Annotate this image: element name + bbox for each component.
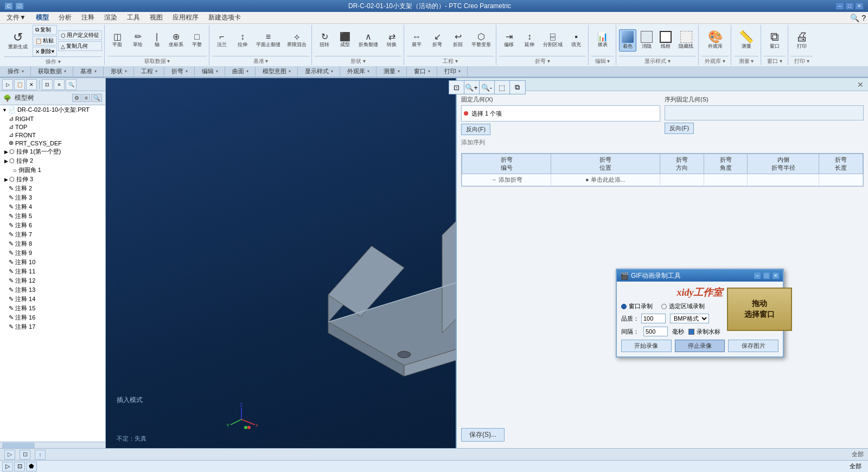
btn-flatten[interactable]: □ 平整: [187, 31, 207, 50]
btn-hidden-line[interactable]: 隐藏线: [676, 29, 696, 52]
lp-btn-6[interactable]: 🔍: [66, 79, 76, 90]
fold-seq-close-btn[interactable]: ✕: [857, 80, 864, 89]
btn-plane-crack[interactable]: ≡ 平面止裂缝: [253, 31, 283, 50]
btn-twist[interactable]: ↻ 扭转: [315, 31, 334, 50]
tree-item-note8[interactable]: ✎ 注释 8: [0, 239, 105, 248]
tree-item-note15[interactable]: ✎ 注释 15: [0, 304, 105, 313]
format-select[interactable]: BMP格式: [670, 314, 709, 323]
btn-split-area[interactable]: ⌸ 分割区域: [540, 31, 565, 50]
btn-flatten-deform[interactable]: ⬡ 平整变形: [469, 31, 494, 50]
model-tree-search-btn[interactable]: 🔍: [91, 94, 102, 102]
viewport[interactable]: ⊡ 🔍+ 🔍- ⬚ ⧉: [106, 78, 868, 448]
rsec-engineering[interactable]: 工程 ▾: [135, 66, 164, 76]
gif-maximize-btn[interactable]: □: [763, 272, 770, 279]
btn-sketch[interactable]: ✏ 草绘: [128, 31, 148, 50]
model-tree-settings-btn[interactable]: ⚙: [72, 94, 81, 102]
menu-apps[interactable]: 应用程序: [168, 12, 203, 23]
menu-render[interactable]: 渲染: [100, 12, 122, 23]
model-tree-filter-btn[interactable]: ≡: [82, 94, 90, 102]
minimize-btn[interactable]: ─: [835, 2, 844, 10]
rsec-shape[interactable]: 形状 ▾: [104, 66, 134, 76]
bottom-btn-2[interactable]: ⊡: [14, 462, 25, 471]
lp-btn-1[interactable]: ▷: [2, 79, 13, 90]
menu-analysis[interactable]: 分析: [54, 12, 76, 23]
tree-item-right[interactable]: ⊿ RIGHT: [0, 114, 105, 123]
btn-print[interactable]: 🖨 打印: [791, 29, 813, 52]
scroll-thumb[interactable]: [2, 443, 35, 448]
maximize-btn[interactable]: □: [845, 2, 854, 10]
drag-select-button[interactable]: 拖动 选择窗口: [727, 288, 792, 331]
rsec-surface[interactable]: 曲面 ▾: [226, 66, 256, 76]
add-fold-row[interactable]: → 添加折弯 ● 单击此处添...: [462, 174, 863, 186]
tree-item-note16[interactable]: ✎ 注释 16: [0, 313, 105, 322]
option-window-record[interactable]: 窗口录制: [621, 302, 653, 310]
btn-shading[interactable]: 着色: [619, 29, 636, 52]
btn-user-feature[interactable]: ⬡ 用户定义特征: [58, 30, 102, 40]
rsec-datum[interactable]: 基准 ▾: [74, 66, 104, 76]
rsec-bend[interactable]: 折弯 ▾: [165, 66, 195, 76]
btn-copy[interactable]: ⧉ 复制: [33, 25, 57, 35]
watermark-checkbox[interactable]: [688, 329, 694, 335]
tree-item-note10[interactable]: ✎ 注释 10: [0, 258, 105, 267]
reverse-btn[interactable]: 反向(F): [461, 124, 490, 135]
vt-zoom-in[interactable]: 🔍+: [464, 81, 480, 94]
stop-record-btn[interactable]: 停止录像: [675, 340, 725, 352]
tree-item-note9[interactable]: ✎ 注释 9: [0, 248, 105, 258]
help-icon[interactable]: ?: [861, 14, 866, 22]
btn-boundary[interactable]: ⟡ 界限混合: [284, 31, 309, 50]
btn-corner-crack[interactable]: ∧ 折角裂缝: [356, 31, 381, 50]
rsec-model-intent[interactable]: 模型意图 ▾: [256, 66, 298, 76]
gif-close-btn[interactable]: ✕: [772, 272, 780, 279]
interval-input[interactable]: [643, 327, 668, 336]
btn-appearance-lib[interactable]: 🎨 外观库: [701, 29, 729, 52]
gif-minimize-btn[interactable]: ─: [754, 272, 761, 279]
rsec-edit[interactable]: 编辑 ▾: [195, 66, 225, 76]
btn-coord[interactable]: ⊕ 坐标系: [166, 31, 186, 50]
tree-item-note6[interactable]: ✎ 注释 6: [0, 221, 105, 230]
btn-extrude[interactable]: ↕ 拉伸: [233, 31, 252, 50]
rsec-display-style[interactable]: 显示样式 ▾: [298, 66, 340, 76]
close-btn[interactable]: ✕: [855, 2, 864, 10]
left-scrollbar[interactable]: [0, 442, 105, 448]
btn-flange[interactable]: ⌐ 法兰: [212, 31, 232, 50]
menu-tools[interactable]: 工具: [123, 12, 144, 23]
tree-item-note17[interactable]: ✎ 注释 17: [0, 322, 105, 331]
tree-root[interactable]: ▼ 📄 DR-C-02-01-10小支架.PRT: [0, 105, 105, 114]
btn-delete[interactable]: ✕ 删除▾: [33, 47, 57, 56]
tree-item-note14[interactable]: ✎ 注释 14: [0, 295, 105, 304]
rsec-window2[interactable]: 窗口 ▾: [407, 66, 437, 76]
vt-zoom-fit[interactable]: ⊡: [449, 81, 464, 94]
lp-btn-2[interactable]: 📋: [14, 79, 25, 90]
option-area-record[interactable]: 选定区域录制: [661, 302, 705, 310]
tree-item-round1[interactable]: ○ 倒圆角 1: [0, 165, 105, 175]
btn-bend[interactable]: ↙ 折弯: [427, 31, 447, 50]
start-record-btn[interactable]: 开始录像: [621, 340, 672, 352]
tree-item-note4[interactable]: ✎ 注释 4: [0, 202, 105, 212]
btn-fold-back[interactable]: ↩ 折回: [448, 31, 468, 50]
rsec-operation[interactable]: 操作 ▾: [1, 66, 31, 76]
btn-table[interactable]: 📊 掀表: [592, 31, 614, 50]
btn-measure[interactable]: 📏 测量: [734, 29, 758, 52]
btn-copy-geo[interactable]: △ 复制几何: [58, 41, 102, 51]
menu-annotation[interactable]: 注释: [77, 12, 99, 23]
btn-paste[interactable]: 📋 粘贴: [33, 36, 57, 46]
fold-click-hint[interactable]: ● 单击此处添...: [551, 174, 660, 186]
btn-window[interactable]: ⧉ 窗口: [764, 29, 786, 52]
vt-more[interactable]: ⧉: [510, 81, 525, 94]
save-image-btn[interactable]: 保存图片: [728, 340, 778, 352]
btn-extend[interactable]: ↕ 延伸: [520, 31, 539, 50]
tree-item-note7[interactable]: ✎ 注释 7: [0, 230, 105, 239]
lp-btn-3[interactable]: ✕: [26, 79, 37, 90]
search-icon[interactable]: 🔍: [850, 14, 859, 22]
menu-model[interactable]: 模型: [31, 12, 53, 23]
geo-select-box[interactable]: 选择 1 个项: [461, 105, 660, 122]
save-btn[interactable]: 保存(S)...: [461, 428, 505, 442]
btn-unfold[interactable]: ↔ 展平: [407, 31, 426, 50]
add-fold-cell[interactable]: → 添加折弯: [462, 174, 551, 186]
status-btn-1[interactable]: ▷: [4, 450, 15, 460]
tree-item-note2[interactable]: ✎ 注释 2: [0, 184, 105, 193]
vt-zoom-out[interactable]: 🔍-: [480, 81, 495, 94]
btn-hidden-remove[interactable]: 消隐: [638, 29, 655, 52]
tree-item-note11[interactable]: ✎ 注释 11: [0, 267, 105, 276]
tree-item-note12[interactable]: ✎ 注释 12: [0, 276, 105, 285]
